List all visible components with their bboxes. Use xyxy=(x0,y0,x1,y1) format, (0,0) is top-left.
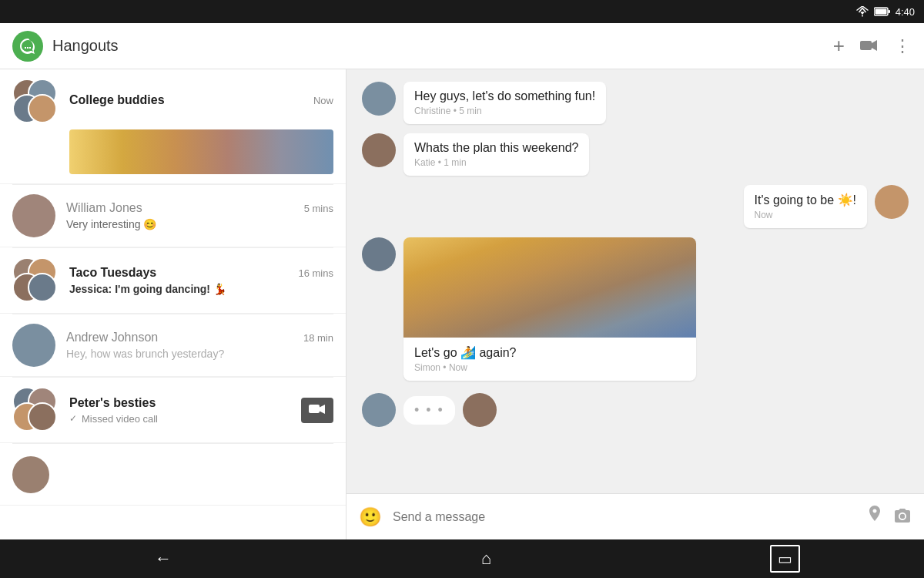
conv-content-college-buddies: College buddies Now xyxy=(69,93,333,110)
battery-icon xyxy=(874,7,891,16)
video-icon-area xyxy=(289,398,333,423)
checkmark-icon: ✓ xyxy=(69,413,77,424)
msg-image-4 xyxy=(403,237,696,338)
main-layout: College buddies Now William Jones 5 mins… xyxy=(0,69,924,539)
home-button[interactable]: ⌂ xyxy=(450,543,522,575)
msg-text-4: Let's go 🏄 again? xyxy=(414,345,685,360)
msg-text-2: Whats the plan this weekend? xyxy=(414,141,578,155)
conv-content-william-jones: William Jones 5 mins Very interesting 😊 xyxy=(66,201,333,230)
conv-item-partial[interactable] xyxy=(0,444,346,506)
conv-item-peters-besties[interactable]: Peter's besties ✓ Missed video call xyxy=(0,378,346,443)
video-badge xyxy=(301,398,333,423)
message-row-2: Whats the plan this weekend? Katie • 1 m… xyxy=(362,133,909,176)
missed-call-text: Missed video call xyxy=(82,413,158,425)
status-bar: 4:40 xyxy=(0,0,924,23)
typing-dots: • • • xyxy=(403,396,455,425)
svg-rect-3 xyxy=(860,41,872,50)
conv-content-taco-tuesdays: Taco Tuesdays 16 mins Jessica: I'm going… xyxy=(69,266,333,295)
msg-avatar-4 xyxy=(362,237,396,271)
message-row-1: Hey guys, let's do something fun! Christ… xyxy=(362,82,909,124)
conv-time-college-buddies: Now xyxy=(313,95,333,106)
status-icons: 4:40 xyxy=(855,6,915,18)
time-display: 4:40 xyxy=(896,6,915,18)
conv-time-taco-tuesdays: 16 mins xyxy=(298,267,333,279)
svg-rect-4 xyxy=(309,405,320,413)
avatar-group-peters-besties xyxy=(12,387,59,433)
location-button[interactable] xyxy=(867,506,882,529)
msg-text-3: It's going to be ☀️! xyxy=(755,193,856,207)
conv-preview-image-college-buddies xyxy=(69,129,333,174)
conv-name-taco-tuesdays: Taco Tuesdays xyxy=(69,266,156,280)
msg-bubble-3: It's going to be ☀️! Now xyxy=(744,185,867,228)
conv-name-andrew-johnson: Andrew Johnson xyxy=(66,331,158,344)
svg-rect-1 xyxy=(875,9,886,15)
wifi-icon xyxy=(855,6,869,17)
svg-rect-2 xyxy=(888,10,890,13)
camera-button[interactable] xyxy=(893,507,912,527)
conv-preview-andrew-johnson: Hey, how was brunch yesterday? xyxy=(66,348,333,360)
conv-time-andrew-johnson: 18 min xyxy=(303,332,333,344)
msg-avatar-3 xyxy=(875,185,909,219)
nav-bar: ← ⌂ ▭ xyxy=(0,539,924,578)
conv-time-william-jones: 5 mins xyxy=(304,203,333,214)
msg-meta-1: Christine • 5 min xyxy=(414,106,595,116)
message-input[interactable] xyxy=(393,510,856,524)
msg-avatar-1 xyxy=(362,82,396,116)
conversation-list: College buddies Now William Jones 5 mins… xyxy=(0,69,346,539)
conv-preview-william-jones: Very interesting 😊 xyxy=(66,218,333,230)
avatar-andrew-johnson xyxy=(12,324,55,367)
message-row-3: It's going to be ☀️! Now xyxy=(362,185,909,228)
more-options-button[interactable]: ⋮ xyxy=(894,38,912,55)
svg-point-5 xyxy=(900,513,905,518)
typing-indicator: • • • xyxy=(362,390,909,430)
chat-input-bar: 🙂 xyxy=(346,493,924,539)
conv-item-taco-tuesdays[interactable]: Taco Tuesdays 16 mins Jessica: I'm going… xyxy=(0,248,346,314)
recents-button[interactable]: ▭ xyxy=(770,545,800,573)
emoji-button[interactable]: 🙂 xyxy=(359,506,382,528)
conv-item-college-buddies[interactable]: College buddies Now xyxy=(0,69,346,184)
msg-bubble-1: Hey guys, let's do something fun! Christ… xyxy=(403,82,606,124)
typing-avatar-2 xyxy=(463,393,497,427)
avatar-partial xyxy=(12,456,49,493)
msg-meta-2: Katie • 1 min xyxy=(414,157,578,168)
conv-preview-taco-tuesdays: Jessica: I'm going dancing! 💃 xyxy=(69,283,333,295)
video-call-button[interactable] xyxy=(860,36,879,56)
app-bar-actions: + ⋮ xyxy=(833,34,912,58)
msg-avatar-2 xyxy=(362,133,396,167)
app-logo xyxy=(12,31,43,62)
msg-meta-4: Simon • Now xyxy=(414,362,685,373)
conv-content-peters-besties: Peter's besties ✓ Missed video call xyxy=(69,396,289,425)
avatar-group-college-buddies xyxy=(12,79,59,125)
app-bar: Hangouts + ⋮ xyxy=(0,23,924,69)
conv-item-andrew-johnson[interactable]: Andrew Johnson 18 min Hey, how was brunc… xyxy=(0,314,346,377)
conv-name-william-jones: William Jones xyxy=(66,201,142,215)
conv-name-peters-besties: Peter's besties xyxy=(69,396,156,410)
msg-text-1: Hey guys, let's do something fun! xyxy=(414,89,595,103)
typing-avatar-1 xyxy=(362,393,396,427)
msg-bubble-2: Whats the plan this weekend? Katie • 1 m… xyxy=(403,133,589,176)
msg-bubble-4: Let's go 🏄 again? Simon • Now xyxy=(403,237,696,381)
conv-name-college-buddies: College buddies xyxy=(69,93,165,107)
msg-text-area-4: Let's go 🏄 again? Simon • Now xyxy=(403,338,696,381)
avatar-group-taco-tuesdays xyxy=(12,257,59,304)
chat-panel: Hey guys, let's do something fun! Christ… xyxy=(346,69,924,539)
conv-item-william-jones[interactable]: William Jones 5 mins Very interesting 😊 xyxy=(0,185,346,247)
avatar-william-jones xyxy=(12,194,55,237)
msg-meta-3: Now xyxy=(755,210,856,220)
message-row-4: Let's go 🏄 again? Simon • Now xyxy=(362,237,909,381)
conv-content-andrew-johnson: Andrew Johnson 18 min Hey, how was brunc… xyxy=(66,331,333,360)
chat-messages: Hey guys, let's do something fun! Christ… xyxy=(346,69,924,493)
add-button[interactable]: + xyxy=(833,34,845,58)
app-title: Hangouts xyxy=(52,37,833,55)
missed-call-indicator: ✓ Missed video call xyxy=(69,413,289,425)
back-button[interactable]: ← xyxy=(124,543,203,575)
